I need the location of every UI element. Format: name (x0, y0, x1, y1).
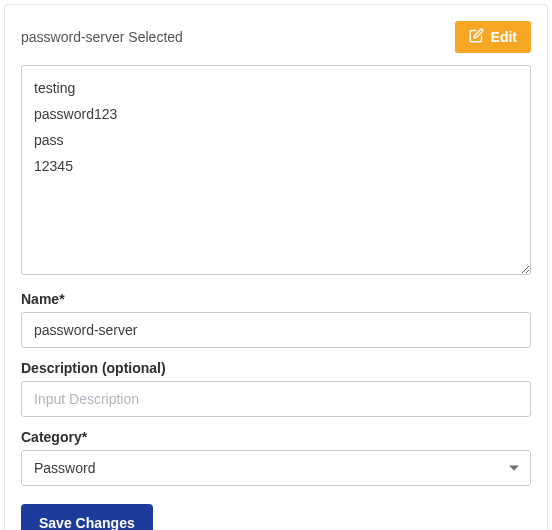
name-label: Name* (21, 291, 531, 307)
name-input[interactable] (21, 312, 531, 348)
category-select-wrapper: Password (21, 450, 531, 486)
description-input[interactable] (21, 381, 531, 417)
category-field-group: Category* Password (21, 429, 531, 486)
category-select[interactable]: Password (21, 450, 531, 486)
name-field-group: Name* (21, 291, 531, 348)
category-label: Category* (21, 429, 531, 445)
content-textarea[interactable] (21, 65, 531, 275)
save-changes-button[interactable]: Save Changes (21, 504, 153, 530)
edit-button-label: Edit (491, 29, 517, 45)
edit-button[interactable]: Edit (455, 21, 531, 53)
editor-panel: password-server Selected Edit Name* Desc… (4, 4, 548, 530)
panel-title: password-server Selected (21, 29, 183, 45)
edit-icon (469, 28, 484, 46)
panel-header: password-server Selected Edit (21, 21, 531, 53)
description-label: Description (optional) (21, 360, 531, 376)
description-field-group: Description (optional) (21, 360, 531, 417)
